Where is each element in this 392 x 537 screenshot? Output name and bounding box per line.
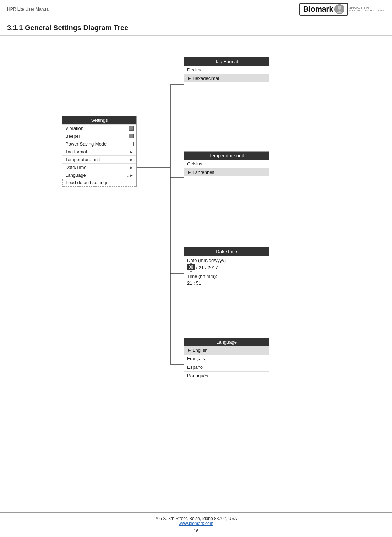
tag-format-empty — [184, 82, 269, 104]
settings-header: Settings — [62, 116, 136, 124]
footer-website[interactable]: www.biomark.com — [179, 521, 213, 526]
fahrenheit-row[interactable]: ►Fahrenheit — [184, 168, 269, 176]
date-value-row: ▴ 08 ▾ / 21 / 2017 — [187, 264, 266, 270]
datetime-header: Date/Time — [184, 247, 269, 256]
datetime-label: Date/Time — [65, 165, 130, 170]
settings-row-datetime: Date/Time ► — [62, 163, 136, 171]
header: HPR Lite User Manual Biomark SPECIALISTS… — [0, 0, 392, 17]
power-saving-label: Power Saving Mode — [65, 141, 129, 147]
settings-row-language: Language ↓ ► — [62, 171, 136, 179]
hexadecimal-label: Hexadecimal — [192, 76, 219, 81]
decimal-label: Decimal — [187, 67, 204, 72]
beeper-checkbox[interactable] — [129, 134, 134, 138]
page-title: 3.1.1 General Settings Diagram Tree — [0, 17, 392, 36]
francais-row[interactable]: Français — [184, 354, 269, 363]
english-row[interactable]: ►English — [184, 346, 269, 354]
load-default-label: Load default settings — [66, 180, 108, 185]
settings-row-power-saving: Power Saving Mode — [62, 140, 136, 148]
tag-format-decimal[interactable]: Decimal — [184, 66, 269, 74]
tag-format-hexadecimal[interactable]: ►Hexadecimal — [184, 74, 269, 82]
espanol-row[interactable]: Español — [184, 363, 269, 371]
hexadecimal-arrow-icon: ► — [187, 76, 192, 81]
english-label: English — [192, 347, 208, 353]
footer-page: 16 — [4, 528, 388, 533]
temperature-label: Temperature unit — [65, 157, 130, 162]
date-day-highlight[interactable]: ▴ 08 ▾ — [187, 264, 195, 270]
load-default-row[interactable]: Load default settings — [62, 179, 136, 187]
settings-row-vibration: Vibration — [62, 124, 136, 132]
portugues-row[interactable]: Português — [184, 371, 269, 380]
main-content: Settings Vibration Beeper Power Saving M… — [0, 36, 392, 515]
vibration-checkbox[interactable] — [129, 126, 134, 131]
power-saving-checkbox[interactable] — [129, 142, 134, 146]
francais-label: Français — [187, 356, 205, 361]
logo-box: Biomark — [299, 3, 348, 16]
settings-box: Settings Vibration Beeper Power Saving M… — [62, 116, 137, 187]
footer: 705 S. 8th Street, Boise, Idaho 83702, U… — [0, 512, 392, 537]
beeper-label: Beeper — [65, 133, 129, 139]
time-value: 21 : 51 — [187, 280, 266, 286]
language-header: Language — [184, 338, 269, 346]
tag-format-label: Tag format — [65, 149, 130, 154]
settings-row-tag-format: Tag format ► — [62, 148, 136, 155]
date-rest: / 21 / 2017 — [196, 265, 218, 270]
logo-area: Biomark SPECIALISTS IN IDENTIFICATION SO… — [299, 3, 385, 16]
language-arrow: ► — [130, 173, 134, 177]
language-empty — [184, 380, 269, 401]
vibration-label: Vibration — [65, 126, 129, 131]
portugues-label: Português — [187, 373, 208, 378]
fahrenheit-arrow-icon: ► — [187, 170, 192, 175]
settings-row-temperature: Temperature unit ► — [62, 155, 136, 163]
diagram-area: Settings Vibration Beeper Power Saving M… — [7, 46, 385, 455]
tag-format-body: Decimal ►Hexadecimal — [184, 66, 269, 104]
tag-format-header: Tag Format — [184, 57, 269, 66]
temperature-empty — [184, 176, 269, 198]
temperature-body: Celsius ►Fahrenheit — [184, 160, 269, 198]
footer-address: 705 S. 8th Street, Boise, Idaho 83702, U… — [4, 516, 388, 521]
datetime-body: Date (mm/dd/yyyy) ▴ 08 ▾ / 21 / 2017 Tim… — [184, 256, 269, 300]
language-label: Language — [65, 172, 127, 178]
settings-row-beeper: Beeper — [62, 132, 136, 140]
temperature-arrow: ► — [130, 158, 134, 162]
date-label: Date (mm/dd/yyyy) — [187, 258, 266, 263]
fahrenheit-label: Fahrenheit — [192, 170, 214, 175]
celsius-label: Celsius — [187, 161, 202, 166]
tag-format-box: Tag Format Decimal ►Hexadecimal — [184, 57, 269, 104]
datetime-arrow: ► — [130, 165, 134, 170]
header-title: HPR Lite User Manual — [7, 7, 49, 12]
temperature-unit-box: Temperature unit Celsius ►Fahrenheit — [184, 151, 269, 198]
svg-point-1 — [338, 6, 341, 10]
celsius-row[interactable]: Celsius — [184, 160, 269, 168]
datetime-empty — [187, 287, 266, 298]
language-body: ►English Français Español Português — [184, 346, 269, 401]
logo-text: Biomark — [303, 5, 333, 14]
espanol-label: Español — [187, 365, 204, 370]
date-month-value: 08 — [189, 265, 193, 270]
english-arrow-icon: ► — [187, 347, 192, 353]
datetime-box: Date/Time Date (mm/dd/yyyy) ▴ 08 ▾ / 21 … — [184, 247, 269, 300]
language-box: Language ►English Français Español Portu… — [184, 338, 269, 401]
logo-subtitle: SPECIALISTS IN IDENTIFICATION SOLUTIONS — [349, 6, 385, 12]
language-down-arrow: ↓ — [127, 173, 129, 177]
time-label: Time (hh:mm): — [187, 274, 266, 279]
tag-format-arrow: ► — [130, 150, 134, 154]
temperature-header: Temperature unit — [184, 152, 269, 160]
logo-icon — [334, 4, 344, 14]
